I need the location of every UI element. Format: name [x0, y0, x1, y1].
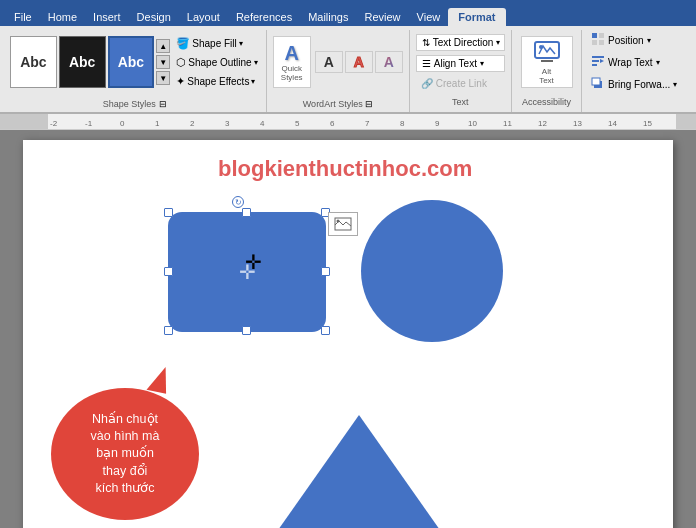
svg-rect-6 [599, 40, 604, 45]
text-group: ⇅ Text Direction ▾ ☰ Align Text ▾ 🔗 Crea… [410, 30, 512, 112]
link-icon: 🔗 [421, 78, 433, 89]
shape-styles-label: Shape Styles [103, 99, 156, 109]
callout-bubble: Nhấn chuột vào hình mà bạn muốn thay đổi… [51, 388, 199, 520]
svg-text:13: 13 [573, 119, 582, 128]
svg-rect-2 [541, 60, 553, 62]
rotate-handle[interactable]: ↻ [232, 196, 244, 208]
tab-references[interactable]: References [228, 8, 300, 26]
svg-rect-0 [535, 42, 559, 58]
blog-title: blogkienthuctinhoc.com [218, 156, 472, 182]
bring-forward-icon [591, 76, 605, 92]
arrange-group: Position ▾ Wrap Text ▾ Bring Forwa... ▾ [582, 30, 692, 112]
alt-text-icon-svg [533, 38, 561, 66]
shape-style-btn-1[interactable]: Abc [10, 36, 57, 88]
svg-text:0: 0 [120, 119, 125, 128]
svg-text:15: 15 [643, 119, 652, 128]
sel-handle-mr[interactable] [321, 267, 330, 276]
image-layout-badge[interactable] [328, 212, 358, 236]
tab-layout[interactable]: Layout [179, 8, 228, 26]
accessibility-group: AltText Accessibility [512, 30, 582, 112]
svg-point-1 [539, 45, 543, 49]
wordart-a-outline-btn[interactable]: A [345, 51, 373, 73]
tab-home[interactable]: Home [40, 8, 85, 26]
shape-styles-expand-icon[interactable]: ⊟ [159, 99, 167, 109]
tab-format[interactable]: Format [448, 8, 505, 26]
bring-forward-btn[interactable]: Bring Forwa... ▾ [588, 75, 686, 93]
tab-mailings[interactable]: Mailings [300, 8, 356, 26]
ribbon-content: Abc Abc Abc ▲ ▼ ▼ 🪣 Shape Fill ▾ ⬡ [0, 26, 696, 114]
svg-rect-11 [592, 78, 600, 85]
image-layout-icon [334, 217, 352, 231]
shape-outline-btn[interactable]: ⬡ Shape Outline ▾ [174, 55, 259, 70]
create-link-btn[interactable]: 🔗 Create Link [416, 76, 505, 91]
svg-point-31 [337, 220, 340, 223]
callout-arrow [147, 364, 172, 394]
shape-style-btn-3[interactable]: Abc [108, 36, 155, 88]
quick-styles-btn[interactable]: A QuickStyles [273, 36, 311, 88]
shape-style-btn-2[interactable]: Abc [59, 36, 106, 88]
quick-styles-label: QuickStyles [281, 65, 303, 83]
ribbon-tab-bar: File Home Insert Design Layout Reference… [0, 0, 696, 26]
wordart-a-fill-btn[interactable]: A [315, 51, 343, 73]
svg-text:11: 11 [503, 119, 512, 128]
tab-review[interactable]: Review [357, 8, 409, 26]
wrap-text-icon [591, 54, 605, 70]
sel-handle-br[interactable] [321, 326, 330, 335]
tab-design[interactable]: Design [129, 8, 179, 26]
shape-styles-expand[interactable]: ▼ [156, 71, 170, 85]
wrap-text-btn[interactable]: Wrap Text ▾ [588, 53, 686, 71]
tab-file[interactable]: File [6, 8, 40, 26]
position-icon [591, 32, 605, 48]
align-icon: ☰ [422, 58, 431, 69]
effects-icon: ✦ [176, 75, 185, 88]
circle-shape[interactable] [361, 200, 503, 342]
sel-handle-ml[interactable] [164, 267, 173, 276]
rounded-rect-shape[interactable]: ✛ [168, 212, 326, 332]
paint-bucket-icon: 🪣 [176, 37, 190, 50]
document-page: blogkienthuctinhoc.com ↻ ✛ [23, 140, 673, 528]
tab-view[interactable]: View [409, 8, 449, 26]
wordart-expand-icon[interactable]: ⊟ [365, 99, 373, 109]
align-text-btn[interactable]: ☰ Align Text ▾ [416, 55, 505, 72]
svg-text:10: 10 [468, 119, 477, 128]
dropdown-text-dir: ▾ [496, 38, 500, 47]
svg-rect-7 [592, 56, 604, 58]
svg-text:9: 9 [435, 119, 440, 128]
ribbon: File Home Insert Design Layout Reference… [0, 0, 696, 114]
text-direction-btn[interactable]: ⇅ Text Direction ▾ [416, 34, 505, 51]
svg-text:14: 14 [608, 119, 617, 128]
triangle-shape[interactable] [271, 415, 447, 528]
svg-rect-4 [599, 33, 604, 38]
dropdown-arrow-icon2: ▾ [254, 58, 258, 67]
tab-insert[interactable]: Insert [85, 8, 129, 26]
svg-rect-5 [592, 40, 597, 45]
svg-text:5: 5 [295, 119, 300, 128]
sel-handle-tc[interactable] [242, 208, 251, 217]
svg-text:12: 12 [538, 119, 547, 128]
sel-handle-tl[interactable] [164, 208, 173, 217]
callout-text: Nhấn chuột vào hình mà bạn muốn thay đổi… [91, 411, 160, 497]
shape-styles-scroll-down[interactable]: ▼ [156, 55, 170, 69]
shape-fill-btn[interactable]: 🪣 Shape Fill ▾ [174, 36, 259, 51]
svg-text:-2: -2 [50, 119, 58, 128]
callout-container: Nhấn chuột vào hình mà bạn muốn thay đổi… [51, 388, 199, 520]
alt-text-label: AltText [539, 68, 554, 86]
position-btn[interactable]: Position ▾ [588, 31, 686, 49]
dropdown-arrow-icon3: ▾ [251, 77, 255, 86]
sel-handle-bc[interactable] [242, 326, 251, 335]
svg-text:6: 6 [330, 119, 335, 128]
shape-styles-group: Abc Abc Abc ▲ ▼ ▼ 🪣 Shape Fill ▾ ⬡ [4, 30, 267, 112]
wordart-a-effects-btn[interactable]: A [375, 51, 403, 73]
ruler: -2 -1 0 1 2 3 4 5 6 7 8 9 10 11 12 13 14… [0, 114, 696, 130]
shape-effects-btn[interactable]: ✦ Shape Effects ▾ [174, 74, 259, 89]
svg-rect-9 [592, 64, 597, 66]
svg-text:2: 2 [190, 119, 195, 128]
dropdown-align: ▾ [480, 59, 484, 68]
sel-handle-bl[interactable] [164, 326, 173, 335]
alt-text-btn[interactable]: AltText [521, 36, 573, 88]
svg-text:4: 4 [260, 119, 265, 128]
dropdown-arrow-icon: ▾ [239, 39, 243, 48]
shape-styles-scroll-up[interactable]: ▲ [156, 39, 170, 53]
wordart-styles-group: A QuickStyles A A A WordArt Styles ⊟ [267, 30, 410, 112]
wordart-styles-label: WordArt Styles [303, 99, 363, 109]
